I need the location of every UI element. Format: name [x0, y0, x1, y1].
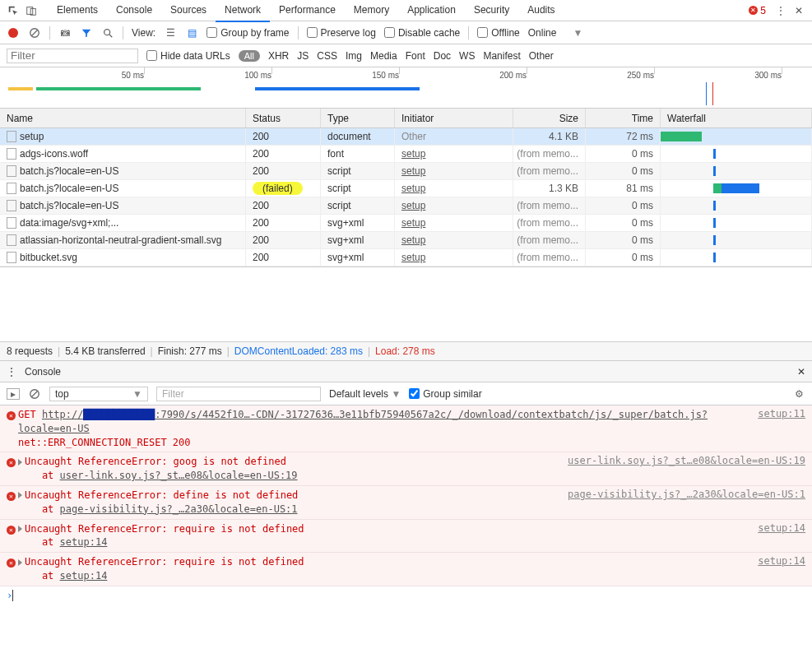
filter-icon[interactable]	[80, 26, 93, 39]
context-select[interactable]: top▼	[49, 387, 148, 401]
console-filter-input[interactable]: Filter	[156, 387, 321, 401]
filter-input[interactable]	[7, 49, 138, 63]
initiator-link[interactable]: setup	[401, 252, 425, 263]
camera-icon[interactable]: 📷︎	[58, 26, 72, 39]
col-time[interactable]: Time	[586, 109, 661, 127]
more-icon[interactable]: ⋮	[7, 366, 16, 378]
table-row[interactable]: adgs-icons.woff200fontsetup(from memo...…	[0, 146, 812, 163]
request-name: batch.js?locale=en-US	[20, 200, 118, 211]
tab-memory[interactable]: Memory	[345, 0, 398, 22]
timeline-overview[interactable]: 50 ms100 ms150 ms200 ms250 ms300 ms	[0, 67, 812, 109]
log-levels-select[interactable]: Default levels ▼	[329, 388, 401, 400]
source-link[interactable]: setup:11	[758, 408, 805, 419]
source-link[interactable]: user-link.soy.js?_st…e08&locale=en-US:19	[568, 455, 805, 466]
col-status[interactable]: Status	[246, 109, 321, 127]
expand-icon[interactable]	[18, 492, 22, 498]
more-icon[interactable]: ⋮	[773, 2, 789, 19]
play-icon[interactable]: ▸	[7, 388, 20, 400]
tab-performance[interactable]: Performance	[270, 0, 345, 22]
tab-security[interactable]: Security	[465, 0, 518, 22]
console-error[interactable]: ✕Uncaught ReferenceError: goog is not de…	[0, 452, 812, 486]
request-type: script	[321, 197, 395, 214]
initiator-link[interactable]: setup	[401, 217, 425, 229]
expand-icon[interactable]	[18, 526, 22, 532]
source-link[interactable]: setup:14	[758, 555, 805, 567]
waterfall-view-icon[interactable]: ▤	[185, 26, 198, 39]
gear-icon[interactable]: ⚙	[792, 387, 805, 401]
list-view-icon[interactable]: ☰	[164, 26, 177, 39]
clear-icon[interactable]	[28, 26, 41, 39]
request-initiator: setup	[395, 249, 513, 266]
close-icon[interactable]: ✕	[797, 366, 805, 378]
request-initiator: setup	[395, 180, 513, 197]
col-name[interactable]: Name	[0, 109, 246, 127]
error-count-badge[interactable]: ✕5	[749, 5, 766, 16]
console-error[interactable]: ✕Uncaught ReferenceError: require is not…	[0, 520, 812, 554]
filter-type-img[interactable]: Img	[346, 50, 362, 62]
tab-application[interactable]: Application	[398, 0, 465, 22]
table-row[interactable]: batch.js?locale=en-US200scriptsetup(from…	[0, 197, 812, 215]
filter-type-other[interactable]: Other	[529, 50, 554, 62]
table-row[interactable]: batch.js?locale=en-US(failed)scriptsetup…	[0, 180, 812, 197]
console-error[interactable]: ✕GET http://████████████:7990/s/4452f10……	[0, 405, 812, 452]
expand-icon[interactable]	[18, 559, 22, 566]
filter-type-all[interactable]: All	[239, 50, 260, 62]
col-type[interactable]: Type	[321, 109, 395, 127]
record-icon[interactable]	[7, 26, 20, 39]
console-error[interactable]: ✕Uncaught ReferenceError: require is not…	[0, 553, 812, 586]
offline-checkbox[interactable]: Offline	[477, 27, 519, 39]
source-link[interactable]: setup:14	[758, 522, 805, 534]
console-tab[interactable]: Console	[25, 366, 61, 378]
chevron-down-icon[interactable]: ▼	[573, 27, 582, 39]
tab-elements[interactable]: Elements	[48, 0, 107, 22]
request-initiator: setup	[395, 197, 513, 214]
request-type: script	[321, 163, 395, 179]
filter-type-xhr[interactable]: XHR	[268, 50, 289, 62]
table-row[interactable]: bitbucket.svg200svg+xmlsetup(from memo..…	[0, 249, 812, 266]
request-initiator: setup	[395, 215, 513, 231]
initiator-link[interactable]: setup	[401, 234, 425, 246]
tab-network[interactable]: Network	[216, 0, 270, 22]
table-row[interactable]: data:image/svg+xml;...200svg+xmlsetup(fr…	[0, 215, 812, 232]
table-row[interactable]: atlassian-horizontal-neutral-gradient-sm…	[0, 232, 812, 249]
filter-type-media[interactable]: Media	[370, 50, 397, 62]
table-row[interactable]: setup200documentOther4.1 KB72 ms	[0, 128, 812, 146]
disable-cache-checkbox[interactable]: Disable cache	[384, 27, 460, 39]
throttling-select[interactable]: Online	[528, 27, 557, 39]
filter-type-font[interactable]: Font	[406, 50, 425, 62]
svg-line-5	[109, 34, 113, 37]
initiator-link[interactable]: setup	[401, 183, 425, 194]
col-initiator[interactable]: Initiator	[395, 109, 513, 127]
filter-type-manifest[interactable]: Manifest	[483, 50, 520, 62]
request-status: 200	[246, 197, 321, 214]
preserve-log-checkbox[interactable]: Preserve log	[307, 27, 376, 39]
clear-console-icon[interactable]	[28, 387, 41, 401]
initiator-link[interactable]: setup	[401, 200, 425, 211]
initiator-link[interactable]: setup	[401, 165, 425, 177]
console-prompt[interactable]: ›	[0, 586, 812, 605]
tab-console[interactable]: Console	[107, 0, 161, 22]
request-waterfall	[661, 197, 812, 214]
group-similar-checkbox[interactable]: Group similar	[409, 388, 481, 400]
request-waterfall	[661, 215, 812, 231]
request-name: setup	[20, 131, 44, 142]
filter-type-ws[interactable]: WS	[459, 50, 475, 62]
filter-type-js[interactable]: JS	[297, 50, 309, 62]
tab-sources[interactable]: Sources	[161, 0, 216, 22]
console-error[interactable]: ✕Uncaught ReferenceError: define is not …	[0, 486, 812, 520]
close-icon[interactable]: ✕	[791, 2, 807, 19]
col-size[interactable]: Size	[513, 109, 586, 127]
device-icon[interactable]	[23, 2, 39, 19]
filter-type-css[interactable]: CSS	[317, 50, 337, 62]
inspect-icon[interactable]	[5, 2, 21, 19]
initiator-link[interactable]: setup	[401, 148, 425, 160]
filter-type-doc[interactable]: Doc	[434, 50, 451, 62]
table-row[interactable]: batch.js?locale=en-US200scriptsetup(from…	[0, 163, 812, 180]
col-waterfall[interactable]: Waterfall	[661, 109, 812, 127]
group-by-frame-checkbox[interactable]: Group by frame	[206, 27, 289, 39]
hide-data-urls-checkbox[interactable]: Hide data URLs	[146, 50, 230, 62]
source-link[interactable]: page-visibility.js?_…2a30&locale=en-US:1	[568, 489, 805, 500]
tab-audits[interactable]: Audits	[518, 0, 564, 22]
expand-icon[interactable]	[18, 459, 22, 466]
search-icon[interactable]	[101, 26, 114, 39]
